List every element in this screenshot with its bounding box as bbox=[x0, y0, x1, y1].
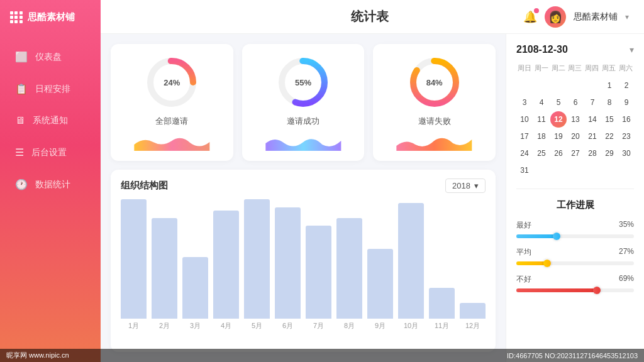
progress-bar-bg-avg bbox=[516, 261, 634, 265]
bar bbox=[367, 249, 393, 319]
wave-success bbox=[252, 132, 355, 151]
calendar-day[interactable]: 29 bbox=[601, 145, 618, 162]
calendar-day[interactable]: 13 bbox=[567, 111, 584, 128]
avatar: 👩 bbox=[545, 6, 566, 28]
stat-card-title-success: 邀请成功 bbox=[287, 116, 319, 127]
progress-bar-bg-best bbox=[516, 234, 634, 238]
weekday-wed: 周三 bbox=[567, 62, 584, 75]
chevron-down-icon[interactable]: ▾ bbox=[625, 13, 629, 21]
work-progress-title: 工作进展 bbox=[516, 199, 634, 211]
bar-label: 7月 bbox=[313, 321, 324, 331]
grid-icon bbox=[10, 11, 23, 23]
notification-badge bbox=[534, 8, 539, 13]
calendar-day[interactable]: 10 bbox=[516, 111, 533, 128]
calendar-day[interactable]: 18 bbox=[533, 128, 550, 145]
calendar-day[interactable]: 24 bbox=[516, 145, 533, 162]
calendar-day[interactable]: 4 bbox=[533, 94, 550, 111]
calendar-day[interactable]: 28 bbox=[584, 145, 601, 162]
progress-label-best: 最好 bbox=[516, 220, 531, 231]
calendar-day[interactable]: 30 bbox=[618, 145, 635, 162]
calendar: 2108-12-30 ▾ 周日 周一 周二 周三 周四 周五 周六 bbox=[516, 44, 634, 178]
bar-group: 11月 bbox=[429, 199, 455, 331]
sidebar-nav: ⬜ 仪表盘 📋 日程安排 🖥 系统通知 ☰ 后台设置 🕐 数据统计 bbox=[0, 35, 101, 362]
calendar-chevron-icon[interactable]: ▾ bbox=[630, 45, 634, 55]
calendar-day[interactable]: 6 bbox=[567, 94, 584, 111]
donut-label-all: 24% bbox=[164, 78, 180, 87]
sidebar-item-settings[interactable]: ☰ 后台设置 bbox=[0, 136, 101, 168]
sidebar-item-dashboard[interactable]: ⬜ 仪表盘 bbox=[0, 41, 101, 73]
calendar-day[interactable]: 15 bbox=[601, 111, 618, 128]
sidebar-item-stats[interactable]: 🕐 数据统计 bbox=[0, 168, 101, 200]
stats-cards: 24% 全部邀请 bbox=[111, 44, 496, 161]
bar bbox=[244, 199, 270, 319]
calendar-day[interactable]: 5 bbox=[550, 94, 567, 111]
calendar-day[interactable]: 8 bbox=[601, 94, 618, 111]
calendar-day[interactable]: 7 bbox=[584, 94, 601, 111]
calendar-day[interactable]: 14 bbox=[584, 111, 601, 128]
wave-fail bbox=[383, 132, 486, 151]
calendar-day[interactable]: 22 bbox=[601, 128, 618, 145]
progress-bar-fill-bad bbox=[516, 288, 597, 292]
main-panel: 24% 全部邀请 bbox=[101, 34, 506, 362]
calendar-day-empty bbox=[516, 77, 533, 94]
bar bbox=[213, 211, 239, 319]
bar-group: 2月 bbox=[152, 199, 177, 331]
weekday-fri: 周五 bbox=[601, 62, 618, 75]
calendar-day[interactable]: 17 bbox=[516, 128, 533, 145]
calendar-day-today[interactable]: 12 bbox=[550, 111, 567, 128]
sidebar-item-notice[interactable]: 🖥 系统通知 bbox=[0, 105, 101, 136]
header: 统计表 🔔 👩 思酷素材铺 ▾ bbox=[101, 0, 644, 34]
schedule-icon: 📋 bbox=[15, 83, 28, 95]
stat-card-success-invite: 55% 邀请成功 bbox=[242, 44, 365, 161]
bar-label: 9月 bbox=[375, 321, 386, 331]
calendar-day[interactable]: 16 bbox=[618, 111, 635, 128]
weekday-sat: 周六 bbox=[617, 62, 634, 75]
calendar-day[interactable]: 23 bbox=[618, 128, 635, 145]
bar-label: 11月 bbox=[435, 321, 449, 331]
weekday-thu: 周四 bbox=[584, 62, 601, 75]
progress-value-avg: 27% bbox=[619, 247, 634, 258]
calendar-day[interactable]: 27 bbox=[567, 145, 584, 162]
calendar-day[interactable]: 2 bbox=[618, 77, 635, 94]
calendar-day[interactable]: 9 bbox=[618, 94, 635, 111]
calendar-day[interactable]: 21 bbox=[584, 128, 601, 145]
calendar-day[interactable]: 1 bbox=[601, 77, 618, 94]
calendar-day-empty bbox=[533, 77, 550, 94]
calendar-day-empty bbox=[550, 77, 567, 94]
calendar-day[interactable]: 3 bbox=[516, 94, 533, 111]
bar bbox=[152, 218, 177, 319]
calendar-day[interactable]: 25 bbox=[533, 145, 550, 162]
calendar-day[interactable]: 26 bbox=[550, 145, 567, 162]
header-right: 🔔 👩 思酷素材铺 ▾ bbox=[523, 6, 629, 28]
donut-label-success: 55% bbox=[295, 78, 311, 87]
bar-group: 3月 bbox=[182, 199, 208, 331]
chart-year-select[interactable]: 2018 ▾ bbox=[445, 178, 486, 193]
progress-bar-fill-best bbox=[516, 234, 557, 238]
weekday-mon: 周一 bbox=[533, 62, 550, 75]
sidebar-item-label: 仪表盘 bbox=[35, 52, 62, 63]
notice-icon: 🖥 bbox=[15, 115, 25, 126]
stat-card-title-all: 全部邀请 bbox=[155, 116, 188, 127]
divider bbox=[516, 189, 634, 189]
sidebar-item-schedule[interactable]: 📋 日程安排 bbox=[0, 73, 101, 105]
stats-icon: 🕐 bbox=[15, 178, 28, 190]
watermark-right: ID:4667705 NO:202311271646453512103 bbox=[507, 352, 638, 359]
bar bbox=[275, 207, 301, 319]
bar-group: 10月 bbox=[398, 199, 424, 331]
bar bbox=[306, 226, 331, 319]
bar-chart: 1月2月3月4月5月6月7月8月9月10月11月12月 bbox=[121, 199, 486, 343]
work-progress: 工作进展 最好 35% 平均 27% bbox=[516, 199, 634, 352]
calendar-day[interactable]: 20 bbox=[567, 128, 584, 145]
sidebar-item-label: 数据统计 bbox=[35, 179, 70, 190]
calendar-day[interactable]: 19 bbox=[550, 128, 567, 145]
bar-group: 7月 bbox=[306, 199, 331, 331]
sidebar-item-label: 系统通知 bbox=[33, 115, 68, 126]
donut-success-invite: 55% bbox=[275, 54, 331, 111]
calendar-day[interactable]: 11 bbox=[533, 111, 550, 128]
calendar-day[interactable]: 31 bbox=[516, 162, 533, 178]
bar bbox=[460, 303, 486, 319]
notification-bell[interactable]: 🔔 bbox=[523, 10, 537, 24]
bar-label: 4月 bbox=[221, 321, 231, 331]
progress-item-best: 最好 35% bbox=[516, 220, 634, 238]
progress-bar-bg-bad bbox=[516, 288, 634, 292]
